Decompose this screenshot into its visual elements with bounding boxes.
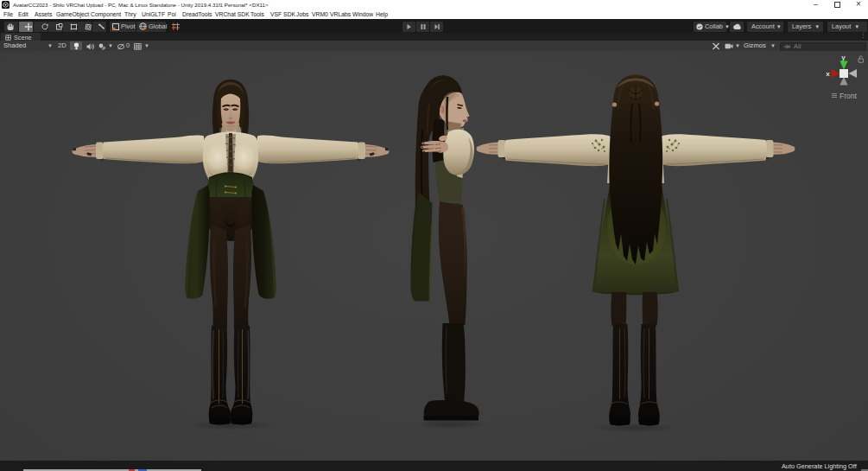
svg-text:x: x <box>826 70 830 78</box>
svg-text:y: y <box>841 54 846 61</box>
svg-text:Front: Front <box>839 92 857 100</box>
